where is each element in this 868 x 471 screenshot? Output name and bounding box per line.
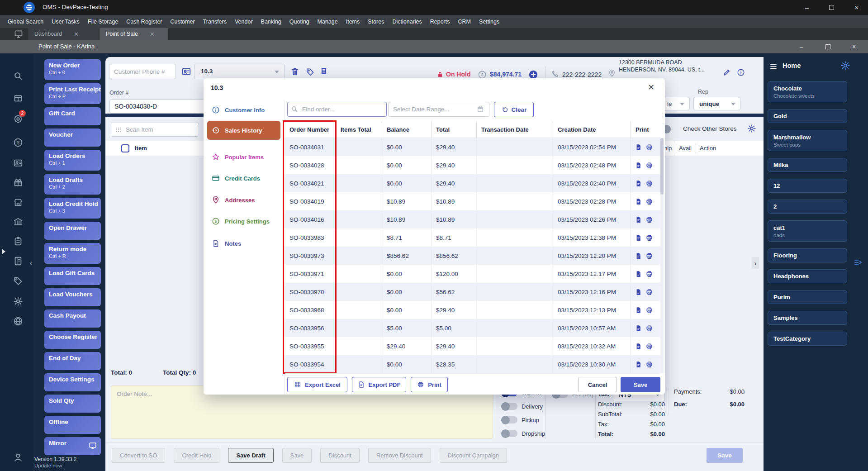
save-draft-button[interactable]: Save Draft (228, 448, 273, 463)
print-order-icon[interactable] (645, 216, 653, 224)
credit-hold-button[interactable]: Credit Hold (174, 448, 219, 463)
pos-minimize-button[interactable]: – (792, 40, 811, 53)
print-order-icon[interactable] (645, 252, 653, 260)
tab-close-icon[interactable]: ✕ (74, 31, 79, 38)
dialog-tab-notes[interactable]: Notes (212, 238, 241, 249)
view-receipt-icon[interactable] (635, 252, 642, 260)
info-icon[interactable] (737, 68, 745, 76)
edit-customer-icon[interactable] (723, 68, 731, 76)
inventory-icon[interactable] (13, 93, 23, 103)
menu-item-file-storage[interactable]: File Storage (84, 15, 122, 28)
print-button[interactable]: Print (411, 377, 448, 392)
clear-button[interactable]: Clear (494, 102, 534, 117)
user-profile-icon[interactable] (13, 452, 23, 462)
table-scrollbar[interactable] (660, 138, 664, 373)
print-order-icon[interactable] (645, 143, 653, 151)
order-row-SO-0034016[interactable]: SO-0034016$10.89$10.8903/15/2023 02:26 P… (285, 210, 660, 228)
order-notes-icon[interactable] (319, 67, 328, 76)
date-range-input[interactable] (388, 102, 489, 117)
save-button-disabled[interactable]: Save (707, 448, 743, 463)
bank-icon[interactable] (13, 217, 23, 227)
customer-phone[interactable]: 222-222-2222 (562, 71, 602, 78)
pos-close-button[interactable]: × (845, 40, 863, 53)
view-receipt-icon[interactable] (635, 288, 642, 296)
category-2[interactable]: 2 (768, 200, 847, 214)
remove-discount-button[interactable]: Remove Discount (368, 448, 431, 463)
search-icon[interactable] (13, 71, 23, 81)
print-order-icon[interactable] (645, 234, 653, 242)
collapse-left-chevron-icon[interactable]: ‹ (30, 259, 32, 266)
view-receipt-icon[interactable] (635, 343, 642, 350)
keypad-icon[interactable] (115, 126, 122, 133)
customer-phone-input[interactable] (109, 64, 176, 79)
menu-item-cash-register[interactable]: Cash Register (122, 15, 166, 28)
tasks-icon[interactable] (13, 236, 23, 246)
action-load-vouchers-button[interactable]: Load Vouchers (44, 288, 101, 306)
order-row-SO-0033973[interactable]: SO-0033973$856.62$856.6203/15/2023 12:20… (285, 247, 660, 265)
action-offline-button[interactable]: Offline (44, 416, 101, 434)
action-choose-register-button[interactable]: Choose Register (44, 331, 101, 349)
scan-item-input[interactable] (111, 123, 199, 137)
view-receipt-icon[interactable] (635, 270, 642, 278)
category-milka[interactable]: Milka (768, 158, 847, 172)
action-load-gift-cards-button[interactable]: Load Gift Cards (44, 267, 101, 285)
trash-icon[interactable] (290, 67, 299, 76)
action-gift-card-button[interactable]: Gift Card (44, 107, 101, 125)
catalog-icon[interactable] (13, 256, 23, 266)
view-receipt-icon[interactable] (635, 306, 642, 314)
action-print-last-receipt-button[interactable]: Print Last Receipt Ctrl + P (44, 83, 101, 104)
category-cat1[interactable]: cat1 dads (768, 220, 847, 242)
store-icon[interactable] (13, 197, 23, 207)
menu-item-reports[interactable]: Reports (426, 15, 454, 28)
find-order-input[interactable] (287, 102, 387, 117)
scrollbar-thumb[interactable] (660, 138, 664, 195)
print-order-icon[interactable] (645, 361, 653, 368)
category-settings-gear-icon[interactable] (840, 61, 850, 71)
rep-select[interactable]: unique (693, 97, 740, 110)
print-order-icon[interactable] (645, 198, 653, 205)
order-row-SO-0033983[interactable]: SO-0033983$8.71$8.7103/15/2023 12:38 PM (285, 228, 660, 247)
action-open-drawer-button[interactable]: Open Drawer (44, 222, 101, 240)
menu-item-manage[interactable]: Manage (313, 15, 342, 28)
action-device-settings-button[interactable]: Device Settings (44, 373, 101, 391)
view-receipt-icon[interactable] (635, 361, 642, 368)
order-row-SO-0033954[interactable]: SO-0033954$0.00$28.3503/15/2023 10:30 AM (285, 355, 660, 373)
order-row-SO-0034031[interactable]: SO-0034031$0.00$29.4003/15/2023 02:54 PM (285, 138, 660, 156)
column-header-creation-date[interactable]: Creation Date (553, 121, 631, 138)
settings-icon[interactable] (13, 296, 23, 306)
print-order-icon[interactable] (645, 180, 653, 187)
dialog-tab-addresses[interactable]: Addresses (212, 195, 255, 205)
export-excel-button[interactable]: Export Excel (287, 377, 347, 392)
update-now-link[interactable]: Update now (34, 463, 62, 468)
dialog-close-icon[interactable]: ✕ (648, 82, 655, 92)
category-gold[interactable]: Gold (768, 109, 847, 123)
collapse-right-chevron-icon[interactable]: › (752, 257, 759, 269)
menu-item-items[interactable]: Items (342, 15, 364, 28)
category-12[interactable]: 12 (768, 179, 847, 193)
dialog-tab-customer-info[interactable]: Customer Info (212, 105, 265, 115)
dashboard-panel-icon[interactable] (13, 29, 24, 38)
print-order-icon[interactable] (645, 270, 653, 278)
menu-item-crm[interactable]: CRM (454, 15, 475, 28)
view-receipt-icon[interactable] (635, 324, 642, 332)
print-order-icon[interactable] (645, 288, 653, 296)
menu-item-dictionaries[interactable]: Dictionaries (388, 15, 426, 28)
order-row-SO-0034021[interactable]: SO-0034021$0.00$29.4003/15/2023 02:40 PM (285, 174, 660, 192)
view-receipt-icon[interactable] (635, 234, 642, 242)
action-load-orders-button[interactable]: Load Orders Ctrl + 1 (44, 150, 101, 171)
action-new-order-button[interactable]: New Order Ctrl + 0 (44, 59, 101, 80)
stores-settings-gear-icon[interactable] (747, 124, 756, 133)
action-sold-qty-button[interactable]: Sold Qty (44, 395, 101, 413)
menu-item-customer[interactable]: Customer (166, 15, 199, 28)
action-end-of-day-button[interactable]: End of Day (44, 352, 101, 370)
column-header-print[interactable]: Print (631, 121, 660, 138)
action-mirror-button[interactable]: Mirror (44, 437, 101, 455)
dialog-tab-sales-history[interactable]: Sales History (207, 121, 280, 140)
menu-item-transfers[interactable]: Transfers (199, 15, 231, 28)
view-receipt-icon[interactable] (635, 180, 642, 187)
customers-icon[interactable] (13, 158, 23, 168)
print-order-icon[interactable] (645, 162, 653, 169)
calendar-icon[interactable] (477, 105, 484, 113)
action-load-drafts-button[interactable]: Load Drafts Ctrl + 2 (44, 174, 101, 195)
action-load-credit-hold-button[interactable]: Load Credit Hold Ctrl + 3 (44, 198, 101, 219)
